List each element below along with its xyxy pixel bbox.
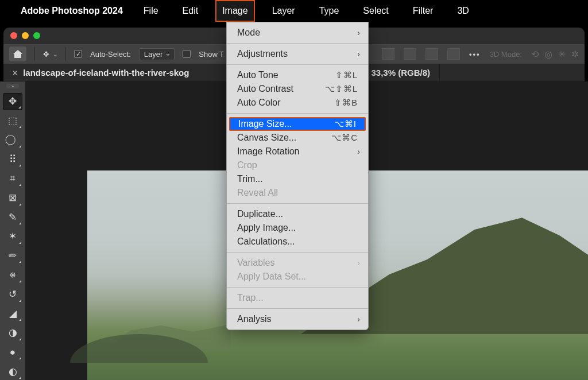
menu-filter[interactable]: Filter — [406, 0, 440, 22]
close-tab-icon[interactable]: × — [13, 68, 17, 77]
tool-flyout-indicator-icon — [19, 145, 21, 148]
tool-flyout-indicator-icon — [19, 300, 21, 302]
menu-item-label: Analysis — [237, 314, 272, 324]
auto-select-dropdown[interactable]: Layer — [139, 48, 175, 60]
crop-tool[interactable]: ⌗ — [3, 170, 22, 187]
more-options-button[interactable]: ••• — [469, 50, 481, 59]
3d-sphere-icon[interactable]: ◎ — [544, 49, 552, 60]
eraser-tool[interactable]: ◢ — [3, 305, 22, 323]
history-brush-tool[interactable]: ↺ — [3, 286, 22, 303]
healing-brush-tool[interactable]: ✶ — [3, 228, 22, 245]
menu-edit[interactable]: Edit — [176, 0, 206, 22]
menu-item-trap: Trap... — [227, 291, 368, 305]
menu-separator — [227, 113, 368, 114]
menu-item-duplicate[interactable]: Duplicate... — [227, 207, 368, 221]
3d-axis-icon[interactable]: ✳ — [558, 49, 566, 60]
document-tab[interactable]: × landscape-of-iceland-with-the-river-sk… — [3, 64, 440, 81]
blur-tool[interactable]: ● — [3, 344, 22, 361]
align-button-3[interactable] — [425, 48, 438, 60]
move-tool[interactable]: ✥ — [3, 93, 22, 110]
menu-item-analysis[interactable]: Analysis› — [227, 312, 368, 326]
submenu-arrow-icon: › — [357, 315, 360, 324]
options-bar-right: ••• 3D Mode: ⟲ ◎ ✳ ✲ — [382, 48, 579, 60]
menu-item-auto-tone[interactable]: Auto Tone⇧⌘L — [227, 68, 368, 82]
tool-flyout-indicator-icon — [19, 377, 21, 379]
menu-item-adjustments[interactable]: Adjustments› — [227, 47, 368, 61]
tool-flyout-indicator-icon — [19, 338, 21, 340]
tool-flyout-indicator-icon — [19, 184, 21, 186]
menu-item-label: Crop — [237, 160, 257, 170]
menu-separator — [227, 203, 368, 204]
app-name: Adobe Photoshop 2024 — [21, 6, 123, 16]
lasso-tool[interactable]: ⃝ — [3, 131, 22, 149]
minimize-window-button[interactable] — [22, 32, 29, 39]
align-button-2[interactable] — [404, 48, 416, 60]
menu-select[interactable]: Select — [356, 0, 395, 22]
move-tool-indicator[interactable]: ✥ ⌄ — [43, 50, 57, 59]
separator — [34, 47, 35, 61]
tool-flyout-indicator-icon — [19, 357, 21, 359]
menu-item-label: Adjustments — [237, 49, 288, 59]
auto-select-checkbox[interactable] — [74, 50, 82, 58]
submenu-arrow-icon: › — [357, 28, 360, 37]
menu-item-shortcut: ⇧⌘B — [334, 98, 358, 108]
home-icon — [13, 50, 22, 58]
3d-light-icon[interactable]: ✲ — [571, 49, 579, 60]
show-transform-checkbox[interactable] — [183, 50, 191, 58]
menu-item-trim[interactable]: Trim... — [227, 172, 368, 186]
tool-flyout-indicator-icon — [19, 319, 21, 321]
menu-3d[interactable]: 3D — [450, 0, 475, 22]
3d-orbit-icon[interactable]: ⟲ — [531, 49, 539, 60]
menu-item-label: Canvas Size... — [237, 133, 296, 143]
tool-flyout-indicator-icon — [19, 222, 21, 224]
menu-item-shortcut: ⌥⌘I — [334, 119, 357, 129]
tool-flyout-indicator-icon — [19, 164, 21, 166]
gradient-tool[interactable]: ◑ — [3, 324, 22, 342]
menu-item-label: Auto Tone — [237, 70, 278, 80]
quick-selection-tool[interactable]: ⠿ — [3, 151, 22, 168]
auto-select-label: Auto-Select: — [90, 50, 131, 59]
clone-stamp-tool[interactable]: ⎈ — [3, 266, 22, 284]
tool-flyout-indicator-icon — [19, 242, 21, 244]
tool-flyout-indicator-icon — [19, 280, 21, 282]
submenu-arrow-icon: › — [357, 49, 360, 59]
close-window-button[interactable] — [10, 32, 17, 39]
menu-item-apply-image[interactable]: Apply Image... — [227, 221, 368, 235]
tool-flyout-indicator-icon — [19, 203, 21, 205]
menu-type[interactable]: Type — [312, 0, 346, 22]
image-menu-dropdown: Mode›Adjustments›Auto Tone⇧⌘LAuto Contra… — [226, 22, 369, 330]
show-transform-label: Show T — [199, 50, 224, 59]
menu-item-image-rotation[interactable]: Image Rotation› — [227, 145, 368, 158]
zoom-window-button[interactable] — [33, 32, 40, 39]
menu-item-auto-contrast[interactable]: Auto Contrast⌥⇧⌘L — [227, 82, 368, 96]
separator — [65, 47, 66, 61]
menu-file[interactable]: File — [137, 0, 165, 22]
menu-layer[interactable]: Layer — [265, 0, 302, 22]
menu-item-auto-color[interactable]: Auto Color⇧⌘B — [227, 96, 368, 110]
menu-item-mode[interactable]: Mode› — [227, 26, 368, 40]
menu-item-label: Calculations... — [237, 236, 295, 247]
toolstrip-collapse-handle[interactable]: » — [6, 84, 19, 88]
frame-tool[interactable]: ⊠ — [3, 189, 22, 207]
dodge-tool[interactable]: ◐ — [3, 363, 22, 380]
eyedropper-tool[interactable]: ✎ — [3, 209, 22, 226]
menu-item-label: Reveal All — [237, 188, 278, 198]
menu-item-label: Apply Data Set... — [237, 272, 306, 282]
tool-flyout-indicator-icon — [19, 261, 21, 263]
traffic-lights — [10, 32, 40, 39]
align-button-1[interactable] — [382, 48, 394, 60]
marquee-tool[interactable]: ⬚ — [3, 113, 22, 130]
menu-item-reveal-all: Reveal All — [227, 186, 368, 200]
tools-panel: » ✥⬚⃝⠿⌗⊠✎✶✏⎈↺◢◑●◐ — [0, 82, 25, 380]
3d-mode-label: 3D Mode: — [490, 50, 522, 59]
menu-image[interactable]: Image — [215, 0, 254, 22]
submenu-arrow-icon: › — [357, 258, 360, 267]
menu-item-shortcut: ⇧⌘L — [335, 70, 358, 80]
brush-tool[interactable]: ✏ — [3, 247, 22, 265]
align-button-4[interactable] — [447, 48, 460, 60]
menu-item-canvas-size[interactable]: Canvas Size...⌥⌘C — [227, 131, 368, 145]
home-button[interactable] — [9, 46, 26, 61]
menu-item-calculations[interactable]: Calculations... — [227, 235, 368, 249]
menu-item-image-size[interactable]: Image Size...⌥⌘I — [229, 117, 366, 131]
menu-item-shortcut: ⌥⌘C — [331, 133, 358, 143]
